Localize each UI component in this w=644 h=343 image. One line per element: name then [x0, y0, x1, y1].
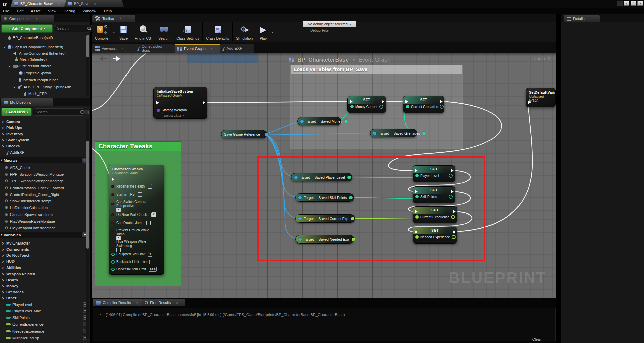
variable-multiplierforexp[interactable]: MultiplierForExp	[6, 335, 39, 341]
debug-object-dropdown[interactable]: No debug object selected ▾	[303, 21, 356, 27]
tab-construction-script[interactable]: ƒ Construction Scrip ×	[135, 44, 181, 53]
exec-out-pin[interactable]	[451, 190, 454, 193]
int-row-universal-item-limit[interactable]: Universal Item Limit 999	[109, 267, 164, 272]
node-get-saved-player-level[interactable]: Target Saved Player Level	[291, 173, 352, 181]
value-pin[interactable]	[415, 195, 419, 198]
class-settings-button[interactable]: ⚙ Class Settings	[173, 22, 203, 41]
output-pin[interactable]	[351, 217, 354, 220]
target-pin[interactable]	[300, 120, 304, 123]
menu-asset[interactable]: Asset	[31, 9, 40, 13]
varcat-weapon-related[interactable]: ▷Weapon Related	[2, 271, 35, 277]
target-pin[interactable]	[298, 217, 302, 220]
event-graph-canvas[interactable]: BLUEPRINT BP_CharacterBase > Event Graph…	[92, 53, 556, 298]
target-pin[interactable]	[373, 132, 376, 135]
value-pin[interactable]	[415, 215, 419, 219]
bool-pin[interactable]	[111, 231, 114, 234]
play-options-caret-icon[interactable]: ▾	[270, 31, 275, 34]
exec-in-pin[interactable]	[112, 178, 114, 181]
exec-out-pin[interactable]	[203, 101, 205, 104]
asset-tab-bp-save[interactable]: BP_Save ×	[64, 0, 124, 7]
node-get-saved-money[interactable]: Target Saved Money	[297, 117, 341, 125]
exec-out-pin[interactable]	[451, 169, 454, 172]
node-get-saved-skill-points[interactable]: Target Saved Skill Points	[295, 193, 354, 202]
node-get-saved-grenades[interactable]: Target Saved Grenades	[370, 129, 417, 137]
bool-pin[interactable]	[111, 242, 114, 245]
tab-viewport[interactable]: Viewport ×	[92, 44, 136, 53]
bool-row-can-switch-camera[interactable]: Can Switch Camera Perspective ✓	[109, 200, 164, 212]
bool-row-can-double-jump[interactable]: Can Double Jump	[109, 221, 164, 225]
variable-skillpoints[interactable]: SkillPoints	[6, 315, 30, 321]
node-get-saved-needed-exp[interactable]: Target Saved Needed Exp	[295, 235, 354, 244]
bool-row-start-in-tps[interactable]: Start in TPS	[109, 193, 164, 197]
nav-back-button[interactable]	[99, 56, 107, 61]
menu-debug[interactable]: Debug	[64, 9, 75, 13]
varcat-grenades[interactable]: ▷Grenades	[2, 289, 24, 295]
menu-file[interactable]: File	[3, 9, 9, 13]
output-pin[interactable]	[449, 195, 453, 199]
int-pin[interactable]	[111, 268, 115, 271]
node-set-skill-points[interactable]: SET Skill Points	[413, 186, 455, 203]
component-row-springarm[interactable]: ▾ ADS_FPP_Sway_SpringArm	[13, 84, 71, 90]
node-set-needed-experience[interactable]: SET Needed Experience	[413, 227, 457, 244]
bool-row-near-wall-checks[interactable]: Do Near Wall Checks ✓	[109, 213, 164, 217]
checkbox-unchecked[interactable]	[146, 221, 151, 225]
output-pin[interactable]	[452, 235, 456, 239]
macro-item[interactable]: ⚙ControlRotation_Check_Right	[5, 192, 59, 198]
int-value-field[interactable]: 999	[142, 260, 150, 264]
tab-toolbar[interactable]: Toolbar ×	[92, 15, 135, 22]
add-new-button[interactable]: + Add New▾	[1, 108, 32, 116]
node-set-player-level[interactable]: SET Player Level	[413, 165, 455, 182]
varcat-my-character[interactable]: ▷My Character	[2, 240, 30, 246]
category-save-system[interactable]: ▷ Save System	[2, 137, 29, 143]
expander-open-icon[interactable]: ▾	[13, 86, 16, 89]
output-pin[interactable]	[451, 215, 455, 219]
close-icon[interactable]: ×	[121, 47, 123, 50]
component-row-self[interactable]: BP_CharacterBase(self)	[8, 35, 53, 41]
add-component-button[interactable]: + Add Component▾	[1, 24, 53, 33]
close-icon[interactable]: ×	[211, 47, 213, 51]
exec-in-pin[interactable]	[415, 230, 418, 234]
varcat-hud[interactable]: ▷HUD	[2, 258, 15, 264]
clear-log-button[interactable]: Clear	[532, 337, 541, 341]
variable-playerlevel-max[interactable]: PlayerLevel_Max	[6, 308, 41, 314]
components-search-input[interactable]	[56, 26, 87, 31]
nav-forward-button[interactable]	[112, 56, 120, 61]
macro-item[interactable]: ⚙GrenadeSpawnTransform	[5, 211, 53, 218]
component-row-capsule[interactable]: ▾ CapsuleComponent (Inherited)	[4, 44, 63, 50]
category-camera[interactable]: ▷ Camera	[2, 119, 20, 125]
int-pin[interactable]	[111, 253, 115, 256]
target-pin[interactable]	[298, 196, 302, 199]
exec-out-pin[interactable]	[382, 100, 384, 103]
tab-components[interactable]: ⚙ Components ×	[1, 15, 54, 22]
exec-out-pin[interactable]	[453, 210, 456, 213]
variable-playerlevel[interactable]: PlayerLevel	[6, 302, 32, 308]
macros-header[interactable]: ▾ Macros +	[0, 157, 90, 163]
macro-item[interactable]: ⚙ShowHideInteractPrompt	[5, 198, 51, 204]
macro-item[interactable]: ⚙HitDirectionCalculation	[5, 205, 48, 211]
simulation-button[interactable]: ⚙▶ Simulation	[233, 22, 256, 41]
int-value-field[interactable]: 2	[148, 252, 152, 257]
class-defaults-button[interactable]: ✓ Class Defaults	[203, 22, 233, 41]
exec-in-pin[interactable]	[528, 101, 531, 104]
exec-in-pin[interactable]	[156, 101, 159, 104]
components-scrollbar[interactable]	[86, 34, 89, 97]
component-row-interactprompthelper[interactable]: InteractPromptHelper	[19, 77, 58, 83]
expander-open-icon[interactable]: ▾	[4, 46, 7, 49]
int-row-backpack-limit[interactable]: Backpack Limit 999	[109, 260, 164, 264]
minimize-button[interactable]: –	[624, 1, 629, 6]
compile-options-caret-icon[interactable]: ▾	[112, 31, 116, 34]
value-pin[interactable]	[415, 235, 419, 239]
node-get-save-game-reference[interactable]: Save Game Reference	[221, 130, 267, 138]
node-get-saved-current-exp[interactable]: Target Saved Current Exp	[295, 214, 355, 223]
varcat-abilities[interactable]: ▷Abilities	[2, 265, 21, 271]
bool-pin[interactable]	[111, 203, 114, 205]
exec-in-pin[interactable]	[415, 210, 418, 213]
checkbox-checked[interactable]: ✓	[116, 208, 121, 212]
asset-tab-bp-characterbase[interactable]: BP_CharacterBase* ×	[10, 0, 71, 7]
output-pin[interactable]	[449, 174, 453, 178]
bool-row-hide-weapon-swimming[interactable]: Hide Weapon While Swimming	[109, 240, 164, 252]
output-pin[interactable]	[349, 196, 353, 199]
close-icon[interactable]: ×	[136, 301, 138, 305]
myblueprint-search-input[interactable]	[35, 110, 80, 114]
select-class-dropdown[interactable]: Select Class ▾	[162, 113, 186, 118]
